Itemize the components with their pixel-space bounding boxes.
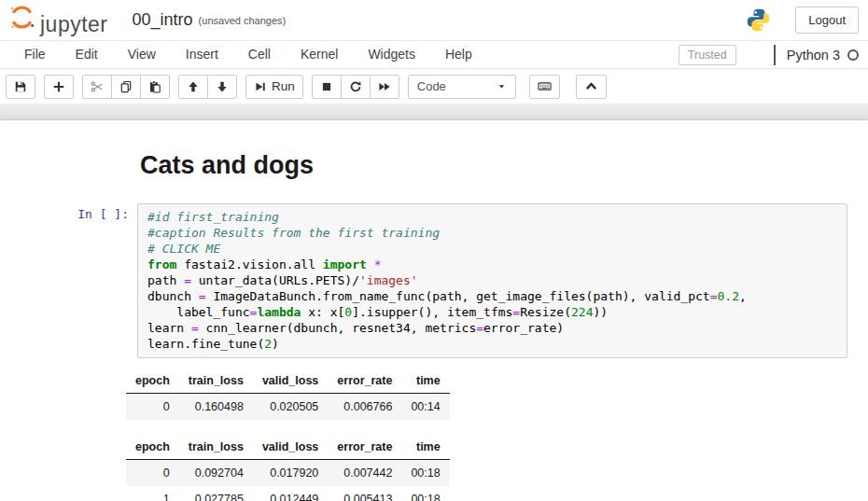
column-header: error_rate: [328, 436, 401, 460]
table-cell: 0.005413: [328, 486, 401, 501]
code-line: # CLICK ME: [147, 241, 839, 257]
copy-cell-button[interactable]: [111, 75, 141, 99]
column-header: train_loss: [179, 436, 253, 460]
caret-down-icon: [497, 81, 507, 91]
code-line: #id first_training: [147, 209, 839, 225]
menu-kernel[interactable]: Kernel: [286, 41, 353, 68]
interrupt-kernel-button[interactable]: [312, 75, 342, 99]
run-button-label: Run: [272, 79, 295, 93]
move-cell-up-button[interactable]: [178, 75, 208, 99]
paste-cell-button[interactable]: [140, 75, 170, 99]
code-line: path = untar_data(URLs.PETS)/'images': [147, 272, 839, 288]
jupyter-logo-icon: [7, 3, 36, 32]
menu-cell[interactable]: Cell: [233, 41, 286, 68]
column-header: epoch: [126, 369, 179, 394]
table-cell: 1: [126, 486, 179, 501]
chevron-up-icon: [584, 79, 598, 93]
column-header: valid_loss: [253, 369, 328, 394]
header: jupyter 00_intro (unsaved changes) Logou…: [0, 0, 868, 41]
cut-cell-button[interactable]: [82, 75, 112, 99]
toolbar-button-group: [82, 75, 170, 99]
trusted-badge[interactable]: Trusted: [679, 45, 736, 65]
menu-view[interactable]: View: [113, 41, 171, 68]
table-cell: 0.017920: [253, 460, 328, 487]
training-results-table: epochtrain_lossvalid_losserror_ratetime0…: [126, 369, 450, 420]
run-button[interactable]: Run: [245, 75, 303, 99]
code-line: learn = cnn_learner(dbunch, resnet34, me…: [147, 320, 839, 336]
column-header: valid_loss: [253, 436, 328, 460]
paste-icon: [148, 80, 161, 93]
step-forward-icon: [254, 80, 267, 93]
table-cell: 00:18: [401, 486, 449, 501]
save-checkpoint-button[interactable]: [6, 75, 35, 99]
cell-output-area: epochtrain_lossvalid_losserror_ratetime0…: [126, 369, 868, 501]
cell-input-area[interactable]: #id first_training#caption Results from …: [137, 203, 847, 358]
jupyter-logo[interactable]: jupyter: [7, 3, 108, 37]
column-header: train_loss: [179, 369, 253, 394]
table-cell: 0: [126, 394, 179, 421]
table-row: 00.0927040.0179200.00744200:18: [126, 460, 450, 487]
collapse-header-button[interactable]: [576, 75, 607, 99]
jupyter-wordmark: jupyter: [40, 12, 108, 37]
column-header: time: [401, 369, 449, 394]
move-cell-down-button[interactable]: [207, 75, 237, 99]
menu-insert[interactable]: Insert: [171, 41, 233, 68]
scissors-icon: [91, 80, 104, 93]
code-line: #caption Results from the first training: [147, 225, 839, 241]
table-cell: 0.027785: [179, 486, 253, 501]
toolbar-button-group: [312, 75, 399, 99]
menu-widgets[interactable]: Widgets: [353, 41, 430, 68]
insert-cell-below-button[interactable]: [44, 75, 74, 99]
table-cell: 00:18: [401, 460, 449, 487]
toolbar-button-group: Run: [245, 75, 303, 99]
table-row: 00.1604980.0205050.00676600:14: [126, 394, 450, 421]
restart-run-all-button[interactable]: [370, 75, 399, 99]
refresh-icon: [349, 80, 362, 93]
toolbar-button-group: [44, 75, 74, 99]
copy-icon: [119, 80, 133, 93]
cell-type-value: Code: [417, 79, 446, 93]
arrow-down-icon: [216, 80, 229, 93]
toolbar-button-group: [6, 75, 35, 99]
column-header: error_rate: [328, 369, 401, 394]
notebook-title[interactable]: 00_intro: [133, 10, 193, 30]
training-results-table: epochtrain_lossvalid_losserror_ratetime0…: [126, 436, 450, 501]
table-cell: 0.020505: [253, 394, 328, 421]
command-palette-button[interactable]: [529, 75, 560, 99]
table-cell: 00:14: [401, 394, 449, 421]
table-cell: 0.006766: [328, 394, 401, 421]
table-cell: 0.012449: [253, 486, 328, 501]
menu-help[interactable]: Help: [430, 41, 487, 68]
table-cell: 0.092704: [179, 460, 253, 487]
arrow-up-icon: [187, 80, 200, 93]
toolbar: Run Code: [0, 69, 868, 104]
floppy-icon: [14, 80, 27, 93]
menu-edit[interactable]: Edit: [61, 41, 113, 68]
notebook-container: Cats and dogs In [ ]: #id first_training…: [0, 120, 868, 501]
code-cell[interactable]: In [ ]: #id first_training#caption Resul…: [0, 203, 868, 358]
table-row: 10.0277850.0124490.00541300:18: [126, 486, 450, 501]
table-cell: 0.007442: [328, 460, 401, 487]
divider: [774, 45, 776, 65]
code-line: learn.fine_tune(2): [147, 336, 839, 352]
menu-file[interactable]: File: [9, 41, 61, 68]
page-background-band: [0, 104, 868, 120]
stop-icon: [320, 80, 333, 93]
table-cell: 0.160498: [179, 394, 253, 421]
keyboard-icon: [538, 79, 552, 93]
code-line: from fastai2.vision.all import *: [147, 257, 839, 272]
kernel-status-icon: [847, 49, 859, 61]
fast-forward-icon: [378, 80, 391, 93]
toolbar-button-group: [576, 75, 607, 99]
logout-button[interactable]: Logout: [795, 7, 859, 34]
toolbar-button-group: [178, 75, 237, 99]
restart-kernel-button[interactable]: [341, 75, 371, 99]
column-header: epoch: [126, 436, 179, 460]
code-editor[interactable]: #id first_training#caption Results from …: [147, 209, 839, 352]
code-line: label_func=lambda x: x[0].isupper(), ite…: [147, 304, 839, 320]
menubar: FileEditViewInsertCellKernelWidgetsHelp …: [0, 41, 868, 69]
cell-type-select[interactable]: Code: [408, 75, 516, 99]
cell-prompt: In [ ]:: [0, 203, 137, 358]
table-cell: 0: [126, 460, 179, 487]
notebook-save-status: (unsaved changes): [199, 15, 287, 26]
